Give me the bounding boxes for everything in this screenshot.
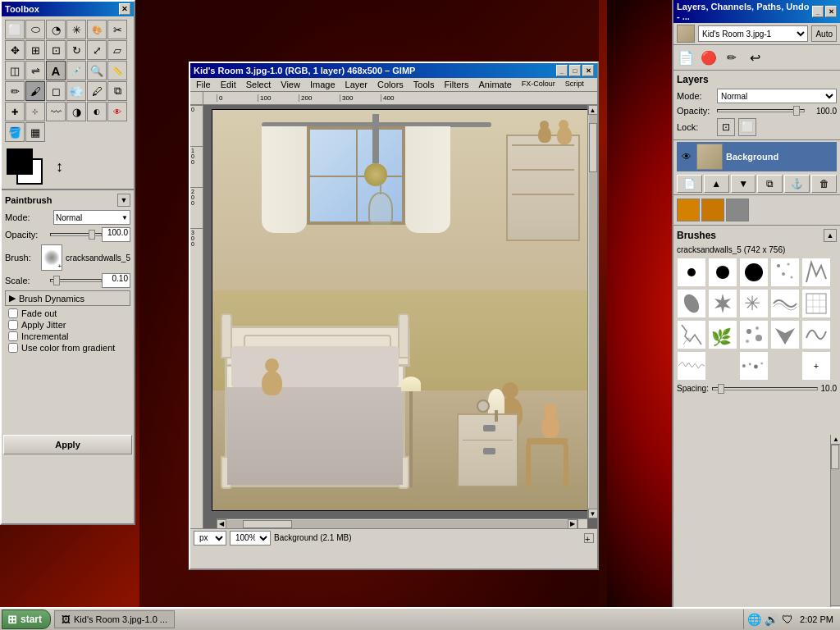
scissors-tool[interactable]: ✂ [107, 20, 127, 39]
antivirus-icon[interactable]: 🛡 [782, 613, 793, 626]
zoom-tool[interactable]: 🔍 [87, 61, 107, 80]
file-selector[interactable]: Kid's Room 3.jpg-1 [698, 25, 808, 42]
brushes-scroll-thumb[interactable] [831, 445, 839, 469]
marquee-rect-tool[interactable]: ⬜ [5, 20, 25, 39]
color-picker-tool[interactable]: 💉 [66, 61, 86, 80]
brush-item-scatter2[interactable] [801, 258, 831, 287]
mode-dropdown[interactable]: Normal ▼ [53, 210, 130, 225]
scroll-up-button[interactable]: ▲ [588, 105, 598, 115]
desaturate-tool[interactable]: ◐ [87, 102, 107, 121]
menu-layer[interactable]: Layer [341, 79, 372, 90]
eraser-tool[interactable]: ◻ [46, 81, 66, 101]
brushes-scroll-up[interactable]: ▲ [831, 435, 840, 445]
lock-alpha-button[interactable]: ⬜ [738, 118, 756, 136]
delete-layer-button[interactable]: 🗑 [811, 175, 837, 193]
paintbrush-tool[interactable]: 🖌 [25, 81, 45, 101]
layers-minimize-button[interactable]: _ [812, 6, 824, 17]
marquee-ellipse-tool[interactable]: ⬭ [25, 20, 45, 39]
scale-tool[interactable]: ⤢ [87, 40, 107, 60]
brush-item-leaf[interactable] [677, 289, 706, 318]
brush-dynamics-button[interactable]: ▶ Brush Dynamics [5, 290, 130, 306]
brush-item-dots[interactable] [739, 351, 769, 381]
clone-tool[interactable]: ⧉ [107, 81, 127, 101]
brush-item-splatter[interactable] [739, 320, 769, 349]
toolbox-close-button[interactable]: ✕ [119, 3, 130, 15]
scale-input[interactable]: 0.10 [102, 273, 130, 288]
anchor-layer-button[interactable]: ⚓ [784, 175, 810, 193]
brush-item-md[interactable] [708, 258, 737, 287]
duplicate-layer-button[interactable]: ⧉ [757, 175, 783, 193]
menu-select[interactable]: Select [242, 79, 276, 90]
brush-item-splat2[interactable]: ✳ [739, 289, 769, 318]
apply-jitter-checkbox[interactable] [8, 320, 18, 330]
layers-opacity-thumb[interactable] [793, 106, 800, 116]
brush-item-extra[interactable]: + [801, 351, 831, 381]
scroll-down-button[interactable]: ▼ [588, 509, 598, 518]
opacity-slider[interactable] [50, 233, 102, 236]
lasso-tool[interactable]: ◔ [46, 20, 66, 39]
align-tool[interactable]: ⊞ [25, 40, 45, 60]
fuzzy-select-tool[interactable]: ✳ [66, 20, 86, 39]
swap-colors-button[interactable]: ↕ [56, 158, 63, 176]
dodge-burn-tool[interactable]: ◑ [66, 102, 86, 121]
lock-pixels-button[interactable]: ⊡ [717, 118, 735, 136]
menu-fx[interactable]: FX-Colour [518, 79, 559, 90]
layers-tb-new[interactable]: 📄 [675, 47, 696, 68]
menu-view[interactable]: View [276, 79, 304, 90]
move-tool[interactable]: ✥ [5, 40, 25, 60]
v-scrollbar-thumb[interactable] [589, 123, 597, 172]
menu-animate[interactable]: Animate [474, 79, 515, 90]
perspective-clone-tool[interactable]: ⊹ [25, 102, 45, 121]
airbrush-tool[interactable]: 💨 [66, 81, 86, 101]
measure-tool[interactable]: 📏 [107, 61, 127, 80]
brush-item-crack1[interactable] [677, 320, 706, 349]
brush-item-splat1[interactable] [708, 289, 737, 318]
rotate-tool[interactable]: ↻ [66, 40, 86, 60]
network-icon[interactable]: 🌐 [747, 613, 761, 626]
menu-image[interactable]: Image [306, 79, 340, 90]
brush-item-large-crack[interactable] [677, 351, 706, 381]
brush-item-fan[interactable] [770, 320, 800, 349]
h-scrollbar-thumb[interactable] [243, 520, 292, 528]
h-scrollbar-track[interactable] [226, 520, 568, 528]
text-tool[interactable]: A [46, 61, 66, 80]
layers-tb-channels[interactable]: 🔴 [698, 47, 719, 68]
zoom-selector[interactable]: 100% [230, 531, 271, 546]
incremental-checkbox[interactable] [8, 331, 18, 341]
paintbrush-collapse-button[interactable]: ▼ [117, 194, 130, 207]
by-color-select-tool[interactable]: 🎨 [87, 20, 107, 39]
opacity-input[interactable]: 100.0 [102, 227, 130, 242]
menu-file[interactable]: File [192, 79, 215, 90]
red-eye-tool[interactable]: 👁 [107, 102, 127, 121]
fade-out-checkbox[interactable] [8, 308, 18, 318]
perspective-tool[interactable]: ◫ [5, 61, 25, 80]
brush-item-crack2[interactable]: 🌿 [708, 320, 737, 349]
maximize-button[interactable]: □ [569, 65, 581, 76]
layers-close-button[interactable]: ✕ [825, 6, 837, 17]
layer-visibility-icon[interactable]: 👁 [680, 150, 693, 163]
palette-color-1[interactable] [677, 199, 700, 221]
menu-colors[interactable]: Colors [373, 79, 408, 90]
menu-edit[interactable]: Edit [217, 79, 240, 90]
shear-tool[interactable]: ▱ [107, 40, 127, 60]
minimize-button[interactable]: _ [556, 65, 568, 76]
brush-item-texture1[interactable] [770, 289, 800, 318]
blend-tool[interactable]: ▦ [25, 122, 45, 142]
menu-tools[interactable]: Tools [409, 79, 439, 90]
menu-filters[interactable]: Filters [441, 79, 473, 90]
volume-icon[interactable]: 🔊 [765, 613, 778, 626]
layer-row-background[interactable]: 👁 Background [677, 142, 837, 171]
unit-selector[interactable]: px [194, 531, 226, 546]
ink-tool[interactable]: 🖊 [87, 81, 107, 101]
auto-button[interactable]: Auto [811, 25, 837, 42]
canvas-image[interactable] [212, 109, 589, 511]
brush-item-wispy[interactable] [801, 320, 831, 349]
raise-layer-button[interactable]: ▲ [704, 175, 729, 193]
brush-item-scatter1[interactable] [770, 258, 800, 287]
heal-tool[interactable]: ✚ [5, 102, 25, 121]
brush-item-sm[interactable] [677, 258, 706, 287]
taskbar-gimp-item[interactable]: 🖼 Kid's Room 3.jpg-1.0 ... [54, 610, 175, 628]
scroll-left-button[interactable]: ◀ [217, 519, 226, 529]
opacity-slider-thumb[interactable] [89, 230, 95, 240]
brush-item-texture2[interactable] [801, 289, 831, 318]
